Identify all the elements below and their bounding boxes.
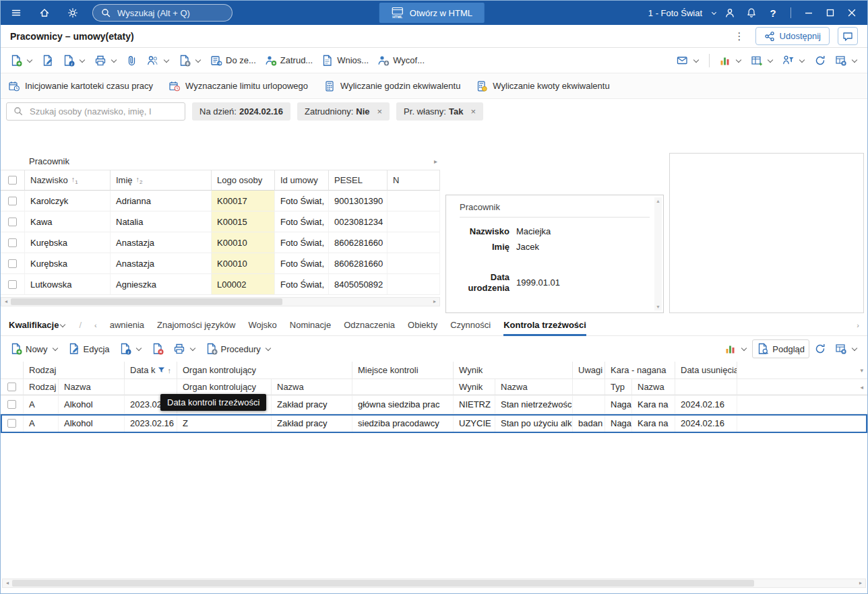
column-header-organ-nazwa[interactable]: Nazwa (272, 379, 352, 395)
row-checkbox[interactable] (8, 197, 17, 205)
vertical-scrollbar[interactable]: ▲▼ (654, 197, 662, 310)
tabs-scroll-right-icon[interactable]: › (857, 321, 859, 329)
menu-icon[interactable] (7, 4, 25, 22)
company-selector[interactable]: 1 - Foto Świat (648, 8, 702, 18)
tab-znajomosci-jezykow[interactable]: Znajomości języków (157, 315, 235, 336)
share-button[interactable]: Udostępnij (755, 27, 830, 45)
column-header-id-umowy[interactable]: Id umowy (275, 170, 329, 191)
band-rodzaj[interactable]: Rodzaj (24, 362, 125, 379)
filter-funnel-icon[interactable] (158, 366, 165, 374)
attachment-button[interactable] (122, 52, 142, 69)
equivalent-amount-button[interactable]: Wyliczanie kwoty ekwiwalentu (476, 81, 609, 92)
band-miejsce[interactable]: Miejsce kontroli (352, 362, 454, 379)
scroll-left-icon[interactable]: ◂ (3, 579, 12, 587)
user-icon[interactable] (721, 4, 739, 22)
column-header-wynik[interactable]: Wynik (454, 379, 495, 395)
tab-uprawnienia[interactable]: awnienia (110, 315, 144, 336)
edit-record-button[interactable] (38, 52, 58, 69)
table-row[interactable]: Kawa Natalia K00015 Foto Świat, 00230812… (1, 211, 440, 232)
band-scroll-right-icon[interactable]: ▸ (434, 158, 437, 165)
band-kara[interactable]: Kara - nagana (605, 362, 675, 379)
filter-chip-na-dzien[interactable]: Na dzień: 2024.02.16 (192, 102, 290, 121)
new-record-button[interactable] (6, 52, 37, 69)
bottom-scrollbar[interactable]: ◂ ▸ (2, 579, 866, 588)
column-header-kara-nazwa[interactable]: Nazwa (632, 379, 675, 395)
chart-button[interactable] (715, 52, 746, 69)
table-row[interactable]: Kurębska Anastazja K00010 Foto Świat, 86… (1, 253, 440, 274)
row-checkbox[interactable] (8, 238, 17, 247)
related-persons-button[interactable] (143, 52, 174, 69)
table-row-selected[interactable]: A Alkohol 2023.02.16 Z Zakład pracy sied… (1, 414, 867, 433)
tab-obiekty[interactable]: Obiekty (408, 315, 437, 336)
row-checkbox[interactable] (7, 400, 16, 409)
column-scroll-left-icon[interactable]: ◂ (860, 384, 863, 391)
row-checkbox[interactable] (8, 218, 17, 226)
document-settings-button[interactable] (175, 52, 206, 69)
open-in-html-button[interactable]: HTML Otwórz w HTML (379, 3, 485, 23)
select-all-checkbox[interactable] (7, 383, 16, 391)
row-checkbox[interactable] (8, 259, 17, 268)
refresh-button[interactable] (810, 340, 830, 358)
scroll-right-icon[interactable]: ▸ (430, 298, 439, 306)
column-header-rodzaj[interactable]: Rodzaj (24, 379, 59, 395)
help-icon[interactable]: ? (764, 4, 782, 22)
table-row[interactable]: Kurębska Anastazja K00010 Foto Świat, 86… (1, 232, 440, 253)
column-header-wynik-nazwa[interactable]: Nazwa (495, 379, 573, 395)
column-header-typ[interactable]: Typ (605, 379, 632, 395)
scrollbar-thumb[interactable] (11, 298, 282, 305)
table-row[interactable]: Lutkowska Agnieszka L00002 Foto Świat, 8… (1, 274, 440, 295)
preview-toggle-button[interactable]: Podgląd (752, 339, 809, 358)
record-info-button[interactable]: i (59, 52, 90, 69)
user-filter-button[interactable] (778, 52, 809, 69)
row-checkbox[interactable] (8, 280, 17, 289)
global-search-input[interactable] (92, 4, 232, 22)
band-wynik[interactable]: Wynik (454, 362, 573, 379)
column-header-nazwisko[interactable]: Nazwisko↑1 (25, 170, 111, 191)
scroll-up-icon[interactable]: ▲ (656, 199, 660, 203)
tab-nominacje[interactable]: Nominacje (290, 315, 331, 336)
person-search-input[interactable] (6, 102, 185, 121)
grid-settings-button[interactable] (831, 52, 862, 69)
scroll-right-icon[interactable]: ▸ (856, 579, 865, 587)
wniosek-button[interactable]: Wnios... (317, 52, 373, 69)
tab-kontrola-trzezwosci[interactable]: Kontrola trzeźwości (503, 315, 586, 336)
chart-button[interactable] (720, 340, 751, 358)
horizontal-scrollbar[interactable]: ◂ ▸ (1, 297, 440, 306)
refresh-button[interactable] (810, 52, 830, 69)
filter-chip-pr-wlasny[interactable]: Pr. własny: Tak × (396, 102, 483, 121)
band-data-kontroli[interactable]: Data k ↑ (125, 362, 177, 379)
column-header-organ[interactable]: Organ kontrolujący (177, 379, 272, 395)
tab-czynnosci[interactable]: Czynności (450, 315, 491, 336)
new-entry-button[interactable]: Nowy (6, 340, 63, 358)
do-zespolu-button[interactable]: Do ze... (206, 52, 260, 69)
vacation-limit-button[interactable]: Wyznaczanie limitu urlopowego (169, 81, 308, 92)
tab-wojsko[interactable]: Wojsko (248, 315, 276, 336)
close-icon[interactable] (843, 4, 861, 22)
more-options-icon[interactable]: ⋮ (732, 30, 747, 42)
columns-layout-button[interactable] (747, 52, 778, 69)
equivalent-hours-button[interactable]: Wyliczanie godzin ekwiwalentu (324, 81, 460, 92)
remove-filter-icon[interactable]: × (470, 106, 476, 117)
wycofaj-button[interactable]: Wycof... (373, 52, 429, 69)
scrollbar-thumb[interactable] (12, 580, 754, 587)
column-header-nazwa[interactable]: Nazwa (59, 379, 125, 395)
tab-odznaczenia[interactable]: Odznaczenia (344, 315, 395, 336)
sun-icon[interactable] (64, 4, 82, 22)
init-timesheet-button[interactable]: Inicjowanie kartoteki czasu pracy (9, 81, 153, 92)
column-header-pesel[interactable]: PESEL (329, 170, 388, 191)
global-search-field[interactable] (116, 7, 217, 19)
table-row[interactable]: Karolczyk Adrianna K00017 Foto Świat, 90… (1, 191, 440, 211)
home-icon[interactable] (36, 4, 53, 22)
column-header-n[interactable]: N (388, 170, 440, 191)
zatrudnij-button[interactable]: Zatrud... (261, 52, 317, 69)
scroll-left-icon[interactable]: ◂ (1, 298, 11, 306)
edit-entry-button[interactable]: Edycja (64, 340, 114, 358)
row-checkbox[interactable] (7, 419, 16, 428)
tab-group-selector[interactable]: Kwalifikacje (9, 320, 66, 330)
maximize-icon[interactable] (822, 4, 839, 22)
band-data-usuniecia[interactable]: Data usunięcia (675, 362, 737, 379)
grid-settings-button[interactable] (831, 340, 862, 358)
band-organ[interactable]: Organ kontrolujący (177, 362, 352, 379)
bell-icon[interactable] (743, 4, 760, 22)
chevron-down-icon[interactable] (712, 9, 716, 14)
